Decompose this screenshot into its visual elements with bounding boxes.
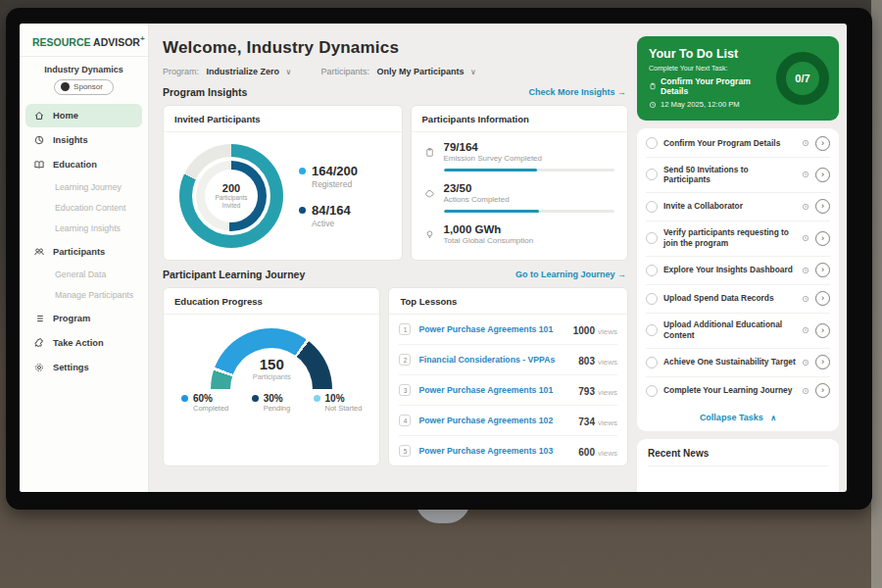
todo-next-task[interactable]: Confirm Your Program Details [649, 76, 768, 96]
legend-item-registered: 164/200 Registered [299, 164, 358, 189]
go-to-learning-journey-link[interactable]: Go to Learning Journey → [515, 270, 626, 279]
sidebar-item-label: Learning Insights [55, 223, 121, 233]
task-label: Confirm Your Program Details [663, 138, 796, 149]
program-insights-header: Program Insights Check More Insights → [163, 86, 626, 98]
progress-track [444, 169, 614, 172]
sidebar-item-label: Education [53, 160, 97, 170]
clock-icon [802, 139, 809, 147]
clock-icon [802, 359, 809, 367]
todo-due-label: 12 May 2025, 12:00 PM [661, 100, 740, 109]
task-checkbox[interactable] [646, 293, 658, 305]
app-logo[interactable]: RESOURCE ADVISOR+ [20, 24, 148, 56]
task-open-button[interactable]: › [815, 291, 830, 306]
sidebar-item-label: Program [53, 314, 90, 323]
sidebar-item-program[interactable]: Program [25, 307, 142, 330]
legend-value: 164/200 [312, 164, 358, 178]
filters-bar: Program: Industrialize Zero ∨ Participan… [163, 67, 628, 76]
views-suffix: views [598, 327, 617, 336]
sidebar-item-learning-journey[interactable]: Learning Journey [25, 177, 142, 198]
sidebar-item-label: Insights [53, 135, 88, 145]
puzzle-icon [33, 337, 45, 349]
clock-icon [802, 171, 809, 178]
participants-filter-label: Participants: [320, 67, 369, 76]
legend-item-completed: 60% Completed [181, 393, 228, 413]
task-open-button[interactable]: › [815, 263, 830, 277]
collapse-label: Collapse Tasks [700, 413, 763, 422]
task-label: Explore Your Insights Dashboard [663, 265, 796, 275]
task-open-button[interactable]: › [815, 136, 830, 151]
card-title: Education Progress [164, 288, 379, 315]
sidebar-item-general-data[interactable]: General Data [25, 265, 142, 285]
sidebar-item-settings[interactable]: Settings [25, 356, 142, 379]
gear-icon [33, 362, 45, 373]
legend-dot [314, 395, 320, 402]
clock-icon [802, 295, 809, 303]
lesson-link[interactable]: Financial Considerations - VPPAs [418, 355, 570, 365]
todo-due: 12 May 2025, 12:00 PM [649, 100, 768, 109]
sidebar-item-insights[interactable]: Insights [25, 128, 142, 152]
list-icon [33, 313, 45, 324]
learning-cards-row: Education Progress 150 Participants 60% [163, 287, 628, 466]
task-row: Upload Spend Data Records › [646, 285, 830, 314]
sidebar-item-label: Learning Journey [55, 182, 122, 192]
task-checkbox[interactable] [646, 232, 658, 244]
task-checkbox[interactable] [646, 385, 658, 397]
logo-resource: RESOURCE [32, 36, 91, 48]
insights-cards-row: Invited Participants 200 Participants In… [163, 105, 628, 261]
participants-filter-value: Only My Participants [376, 67, 464, 76]
lesson-link[interactable]: Power Purchase Agreements 102 [418, 416, 570, 425]
legend-item-active: 84/164 Active [299, 203, 358, 228]
program-filter[interactable]: Program: Industrialize Zero ∨ [163, 67, 291, 76]
sidebar-item-learning-insights[interactable]: Learning Insights [25, 219, 142, 239]
participants-filter[interactable]: Participants: Only My Participants ∨ [320, 67, 475, 76]
views-suffix: views [598, 358, 617, 367]
sidebar-item-take-action[interactable]: Take Action [25, 331, 142, 355]
task-label: Invite a Collaborator [663, 201, 796, 212]
sidebar-nav: Home Insights Education Learning Journey… [20, 104, 148, 379]
lesson-link[interactable]: Power Purchase Agreements 101 [418, 324, 564, 334]
task-checkbox[interactable] [646, 201, 658, 213]
task-open-button[interactable]: › [815, 199, 830, 214]
program-filter-label: Program: [163, 67, 199, 76]
task-open-button[interactable]: › [815, 323, 830, 338]
clock-icon [649, 101, 657, 109]
stat-label: Total Global Consumption [444, 236, 614, 245]
recent-news-card: Recent News [637, 439, 839, 492]
stat-emission-survey: 79/164 Emission Survey Completed [424, 141, 614, 179]
task-label: Upload Spend Data Records [663, 293, 796, 304]
rank-badge: 5 [399, 445, 411, 457]
task-checkbox[interactable] [646, 169, 658, 180]
link-label: Check More Insights [528, 87, 614, 97]
task-open-button[interactable]: › [815, 168, 830, 182]
legend-label: Completed [193, 404, 228, 413]
lesson-link[interactable]: Power Purchase Agreements 101 [418, 385, 570, 395]
lesson-row: 3 Power Purchase Agreements 101 793views [399, 375, 617, 406]
views-count: 600 [578, 447, 595, 458]
gauge-center-label: Participants [173, 372, 369, 381]
section-title: Program Insights [163, 86, 247, 98]
card-title: Top Lessons [389, 288, 627, 315]
sidebar-item-manage-participants[interactable]: Manage Participants [25, 285, 142, 306]
sidebar-item-home[interactable]: Home [25, 104, 142, 127]
task-label: Verify participants requesting to join t… [663, 227, 796, 249]
todo-progress-value: 0/7 [795, 73, 809, 84]
lesson-row: 4 Power Purchase Agreements 102 734views [399, 406, 617, 436]
task-checkbox[interactable] [646, 265, 658, 276]
sidebar-item-label: Education Content [55, 203, 125, 213]
collapse-tasks-link[interactable]: Collapse Tasks ∧ [646, 405, 830, 431]
todo-progress-ring: 0/7 [776, 52, 829, 105]
task-open-button[interactable]: › [815, 383, 830, 398]
invited-participants-donut-chart: 200 Participants Invited [179, 144, 283, 248]
task-checkbox[interactable] [646, 324, 658, 336]
sidebar-item-participants[interactable]: Participants [25, 240, 142, 264]
task-open-button[interactable]: › [815, 355, 830, 369]
task-checkbox[interactable] [646, 357, 658, 368]
task-open-button[interactable]: › [815, 231, 830, 246]
lesson-link[interactable]: Power Purchase Agreements 103 [418, 446, 570, 456]
check-more-insights-link[interactable]: Check More Insights → [528, 87, 626, 97]
lesson-row: 2 Financial Considerations - VPPAs 803vi… [399, 345, 617, 375]
task-checkbox[interactable] [646, 137, 658, 149]
top-lessons-card: Top Lessons 1 Power Purchase Agreements … [388, 287, 628, 466]
sidebar-item-education-content[interactable]: Education Content [25, 198, 142, 219]
sidebar-item-education[interactable]: Education [25, 153, 142, 176]
